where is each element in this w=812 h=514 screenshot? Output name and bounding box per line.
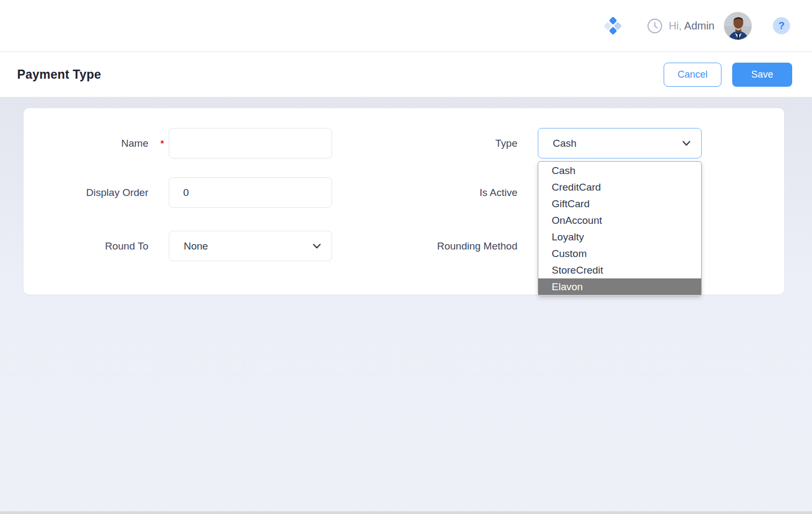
is-active-label: Is Active: [479, 187, 517, 198]
type-dropdown-option[interactable]: OnAccount: [538, 212, 701, 229]
help-icon[interactable]: ?: [773, 17, 790, 34]
titlebar-actions: Cancel Save: [664, 63, 792, 87]
type-label-cell: Type: [332, 138, 517, 149]
round-to-label-cell: Round To: [24, 240, 148, 252]
type-field-cell: Cash CashCreditCardGiftCardOnAccountLoya…: [538, 128, 702, 158]
chevron-down-icon: [313, 244, 321, 249]
name-label-cell: Name *: [24, 138, 148, 149]
is-active-label-cell: Is Active: [332, 187, 517, 199]
rounding-method-label-cell: Rounding Method: [332, 240, 517, 252]
type-dropdown-option[interactable]: Loyalty: [538, 229, 701, 245]
type-dropdown-list: CashCreditCardGiftCardOnAccountLoyaltyCu…: [538, 161, 702, 296]
cancel-button[interactable]: Cancel: [664, 63, 721, 87]
name-field-cell: [169, 128, 332, 158]
page-title: Payment Type: [17, 67, 101, 82]
name-input[interactable]: [169, 128, 332, 158]
type-dropdown-option[interactable]: GiftCard: [538, 195, 701, 212]
clock-icon: [647, 18, 663, 34]
display-order-label-cell: Display Order: [24, 187, 148, 199]
round-to-select[interactable]: None: [169, 231, 332, 261]
round-to-select-value: None: [184, 240, 208, 252]
type-dropdown-option[interactable]: Custom: [538, 245, 701, 262]
apps-launcher-icon[interactable]: [605, 18, 621, 34]
round-to-field-cell: None: [169, 231, 332, 261]
rounding-method-label: Rounding Method: [437, 240, 517, 252]
type-label: Type: [495, 138, 517, 149]
topbar: Hi, Admin ?: [0, 0, 812, 52]
save-button[interactable]: Save: [732, 63, 792, 87]
display-order-label: Display Order: [86, 187, 148, 198]
content-area: Name * Type Cash CashCreditCardGiftCardO…: [0, 97, 812, 514]
name-label: Name: [121, 138, 148, 149]
type-dropdown-option[interactable]: CreditCard: [538, 179, 701, 195]
form-row-name-type: Name * Type Cash CashCreditCardGiftCardO…: [24, 128, 784, 158]
chevron-down-icon: [682, 141, 690, 146]
type-select-value: Cash: [553, 138, 576, 149]
bottom-edge-strip: [0, 511, 812, 514]
titlebar: Payment Type Cancel Save: [0, 52, 812, 97]
display-order-input[interactable]: [169, 177, 332, 208]
greeting-text: Hi, Admin: [668, 20, 715, 32]
payment-type-form-card: Name * Type Cash CashCreditCardGiftCardO…: [24, 108, 784, 294]
avatar[interactable]: [724, 12, 752, 40]
type-select[interactable]: Cash: [538, 128, 702, 158]
session-greeting: Hi, Admin: [647, 18, 715, 34]
round-to-label: Round To: [105, 240, 148, 252]
required-asterisk: *: [160, 138, 164, 149]
type-dropdown-option[interactable]: Elavon: [538, 278, 701, 295]
display-order-field-cell: [169, 177, 332, 208]
type-dropdown-option[interactable]: StoreCredit: [538, 262, 701, 278]
type-dropdown-option[interactable]: Cash: [538, 162, 701, 179]
